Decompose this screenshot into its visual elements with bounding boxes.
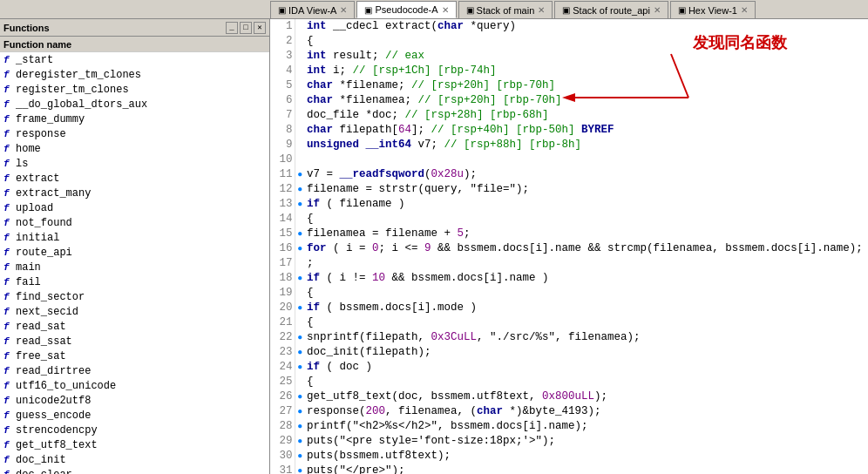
tab-stack-route-api[interactable]: ▣ Stack of route_api ✕ <box>554 1 668 18</box>
func-item[interactable]: fguess_encode <box>0 408 269 423</box>
breakpoint-dot[interactable]: ● <box>295 271 305 286</box>
breakpoint-dot[interactable]: ● <box>295 419 305 434</box>
function-name: strencodencpy <box>16 424 98 437</box>
breakpoint-dot[interactable]: ● <box>295 449 305 464</box>
function-icon: f <box>3 277 12 288</box>
breakpoint-dot[interactable] <box>295 315 305 330</box>
functions-column-header: Function name <box>0 37 269 52</box>
function-icon: f <box>3 159 12 169</box>
func-item[interactable]: fupload <box>0 200 269 215</box>
breakpoint-dot[interactable]: ● <box>295 330 305 345</box>
func-item[interactable]: fregister_tm_clones <box>0 82 269 97</box>
function-name: main <box>16 261 41 274</box>
func-item[interactable]: fread_sat <box>0 319 269 334</box>
breakpoint-dot[interactable]: ● <box>295 241 305 256</box>
breakpoint-dot[interactable] <box>295 78 305 93</box>
breakpoint-dot[interactable]: ● <box>295 389 305 404</box>
breakpoint-dot[interactable] <box>295 64 305 78</box>
code-row: 13● if ( filename ) <box>270 197 868 212</box>
function-icon: f <box>3 396 12 406</box>
func-item[interactable]: funicode2utf8 <box>0 393 269 408</box>
function-icon: f <box>3 247 12 258</box>
breakpoint-dot[interactable]: ● <box>295 227 305 241</box>
func-item[interactable]: finitial <box>0 230 269 245</box>
func-item[interactable]: f_start <box>0 52 269 67</box>
code-line-content: for ( i = 0; i <= 9 && bssmem.docs[i].na… <box>305 241 868 256</box>
line-number: 4 <box>270 64 295 78</box>
func-item[interactable]: ffind_sector <box>0 289 269 304</box>
tab-close-pseudo[interactable]: ✕ <box>442 5 449 15</box>
tab-stack-main[interactable]: ▣ Stack of main ✕ <box>458 1 553 18</box>
func-item[interactable]: fget_utf8_text <box>0 437 269 452</box>
function-name: get_utf8_text <box>16 439 98 451</box>
breakpoint-dot[interactable]: ● <box>295 182 305 197</box>
breakpoint-dot[interactable]: ● <box>295 197 305 212</box>
line-number: 7 <box>270 108 295 123</box>
func-item[interactable]: f__do_global_dtors_aux <box>0 97 269 112</box>
func-item[interactable]: fderegister_tm_clones <box>0 67 269 82</box>
breakpoint-dot[interactable] <box>295 212 305 227</box>
func-item[interactable]: fread_dirtree <box>0 363 269 378</box>
breakpoint-dot[interactable] <box>295 152 305 167</box>
func-item[interactable]: fhome <box>0 141 269 156</box>
code-line-content: if ( filename ) <box>305 197 868 212</box>
breakpoint-dot[interactable]: ● <box>295 404 305 419</box>
func-item[interactable]: fnot_found <box>0 215 269 230</box>
function-icon: f <box>3 188 12 199</box>
tab-pseudocode-a[interactable]: ▣ Pseudocode-A ✕ <box>356 1 456 18</box>
panel-header: Functions _ □ ✕ <box>0 19 269 37</box>
breakpoint-dot[interactable]: ● <box>295 464 305 474</box>
func-item[interactable]: froute_api <box>0 245 269 260</box>
tab-ida-view-a[interactable]: ▣ IDA View-A ✕ <box>270 1 355 18</box>
panel-maximize-btn[interactable]: □ <box>240 22 252 34</box>
func-item[interactable]: fdoc_clear <box>0 467 269 474</box>
tab-close-ida[interactable]: ✕ <box>340 5 347 15</box>
tab-close-hex[interactable]: ✕ <box>741 5 748 15</box>
func-item[interactable]: ffree_sat <box>0 349 269 363</box>
functions-list[interactable]: f_startfderegister_tm_clonesfregister_tm… <box>0 52 269 474</box>
code-row: 14 { <box>270 212 868 227</box>
panel-minimize-btn[interactable]: _ <box>226 22 238 34</box>
breakpoint-dot[interactable] <box>295 93 305 108</box>
breakpoint-dot[interactable] <box>295 49 305 64</box>
code-row: 10 <box>270 152 868 167</box>
func-item[interactable]: fls <box>0 156 269 171</box>
func-item[interactable]: fextract <box>0 171 269 186</box>
tab-close-stack-main[interactable]: ✕ <box>538 5 545 15</box>
tab-icon-stack-route: ▣ <box>562 5 570 15</box>
breakpoint-dot[interactable]: ● <box>295 167 305 182</box>
func-item[interactable]: fstrencodencpy <box>0 423 269 437</box>
breakpoint-dot[interactable] <box>295 19 305 34</box>
function-name: doc_init <box>16 454 66 466</box>
func-item[interactable]: ffail <box>0 274 269 289</box>
code-content[interactable]: 1int __cdecl extract(char *query)2{3 int… <box>270 19 868 474</box>
breakpoint-dot[interactable] <box>295 138 305 152</box>
breakpoint-dot[interactable] <box>295 123 305 138</box>
function-icon: f <box>3 440 12 450</box>
func-item[interactable]: futf16_to_unicode <box>0 378 269 393</box>
code-line-content: snprintf(filepath, 0x3CuLL, "./src/%s", … <box>305 330 868 345</box>
func-item[interactable]: fframe_dummy <box>0 112 269 126</box>
code-table: 1int __cdecl extract(char *query)2{3 int… <box>270 19 868 474</box>
func-item[interactable]: fextract_many <box>0 186 269 200</box>
breakpoint-dot[interactable]: ● <box>295 360 305 375</box>
breakpoint-dot[interactable]: ● <box>295 345 305 360</box>
breakpoint-dot[interactable] <box>295 286 305 301</box>
breakpoint-dot[interactable]: ● <box>295 434 305 449</box>
func-item[interactable]: fread_ssat <box>0 334 269 349</box>
panel-close-btn[interactable]: ✕ <box>254 22 266 34</box>
breakpoint-dot[interactable] <box>295 256 305 271</box>
func-item[interactable]: fdoc_init <box>0 452 269 467</box>
breakpoint-dot[interactable] <box>295 375 305 389</box>
tab-hex-view-1[interactable]: ▣ Hex View-1 ✕ <box>670 1 756 18</box>
breakpoint-dot[interactable] <box>295 108 305 123</box>
tab-close-stack-route[interactable]: ✕ <box>654 5 661 15</box>
func-item[interactable]: fmain <box>0 260 269 274</box>
breakpoint-dot[interactable]: ● <box>295 301 305 315</box>
breakpoint-dot[interactable] <box>295 34 305 49</box>
code-line-content: { <box>305 212 868 227</box>
function-name: fail <box>16 276 41 288</box>
func-item[interactable]: fresponse <box>0 126 269 141</box>
line-number: 23 <box>270 345 295 360</box>
func-item[interactable]: fnext_secid <box>0 304 269 319</box>
